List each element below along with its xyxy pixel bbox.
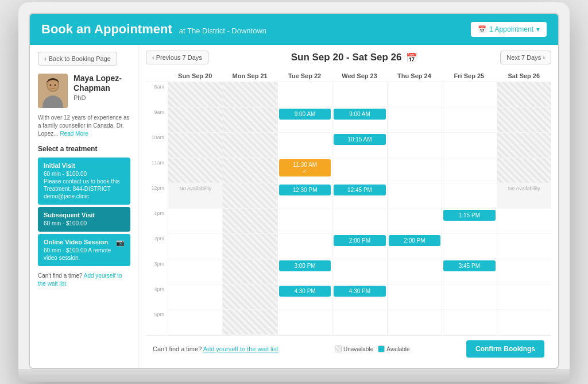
laptop-frame: Book an Appointment at The District - Do… [18,2,570,382]
provider-info: Maya Lopez-Chapman PhD [74,74,130,101]
laptop-screen: Book an Appointment at The District - Do… [29,13,559,369]
back-to-booking-button[interactable]: ‹ Back to Booking Page [38,52,117,66]
appointment-fri-345pm[interactable]: 3:45 PM [443,260,495,271]
next-7-days-button[interactable]: Next 7 Days › [500,51,551,64]
slot-mon-8am [222,82,277,107]
provider-avatar [38,74,68,108]
slot-wed-11am [332,158,386,183]
slot-tue-3pm[interactable]: 3:00 PM [277,259,332,285]
slot-sun-5pm [168,310,222,335]
calendar-title: Sun Sep 20 - Sat Sep 26 📅 [291,52,418,63]
slot-wed-10am[interactable]: 10:15 AM [332,133,386,158]
prev-7-days-button[interactable]: ‹ Previous 7 Days [146,51,208,64]
slot-fri-8am [442,82,496,107]
slot-tue-11am[interactable]: 11:30 AM✓ [277,158,332,183]
footer-waitlist: Can't find a time? Add yourself to the w… [153,345,278,352]
treatment-initial-visit[interactable]: Initial Visit 60 min - $100.00Please con… [38,158,130,205]
calendar-icon: 📅 [406,52,417,63]
select-treatment-label: Select a treatment [38,145,130,153]
slot-wed-2pm[interactable]: 2:00 PM [332,234,386,259]
slot-fri-1pm[interactable]: 1:15 PM [442,209,496,234]
treatment-subsequent-visit[interactable]: Subsequent Visit 60 min - $100.00 [38,207,130,232]
chevron-left-icon: ‹ [44,55,47,62]
appointment-wed-1245pm[interactable]: 12:45 PM [334,185,385,195]
legend-available: Available [378,345,409,352]
day-header-fri: Fri Sep 25 [442,70,496,82]
appointment-wed-430pm[interactable]: 4:30 PM [334,286,385,297]
slot-tue-4pm[interactable]: 4:30 PM [277,285,332,310]
legend-unavailable: Unavailable [335,345,373,352]
chevron-down-icon: ▾ [536,25,540,33]
slot-thu-3pm [387,259,442,285]
slot-sat-9am [497,107,551,133]
slot-tue-9am[interactable]: 9:00 AM [277,107,332,133]
treatment-online-video[interactable]: 📷 Online Video Session 60 min - $100.00 … [38,234,130,266]
available-swatch [378,345,385,352]
footer-waitlist-link[interactable]: Add yourself to the wait list [203,345,278,352]
laptop-base [18,369,570,382]
unavailable-swatch [335,345,342,352]
chevron-left-icon: ‹ [152,54,154,61]
calendar-grid: Sun Sep 20 Mon Sep 21 Tue Sep 22 Wed Sep… [146,70,551,335]
slot-wed-4pm[interactable]: 4:30 PM [332,285,386,310]
slot-fri-12pm [442,183,496,209]
slot-mon-2pm [222,234,277,259]
appointment-wed-2pm[interactable]: 2:00 PM [334,235,385,246]
waitlist-text: Can't find a time? Add yourself to the w… [38,272,130,288]
appointment-tue-9am[interactable]: 9:00 AM [279,109,331,120]
time-2pm: 2pm [146,234,168,259]
appointment-button[interactable]: 📅 1 Appointment ▾ [471,22,547,37]
svg-point-4 [55,85,56,86]
appointment-thu-2pm[interactable]: 2:00 PM [389,235,440,246]
slot-mon-9am [222,107,277,133]
slot-thu-10am [387,133,442,158]
main-content: ‹ Back to Booking Page [30,45,558,368]
slot-mon-3pm [222,259,277,285]
appointment-wed-9am[interactable]: 9:00 AM [334,109,385,120]
slot-fri-4pm [442,285,496,310]
slot-sat-2pm [497,234,551,259]
slot-thu-5pm [387,310,442,335]
slot-thu-8am [387,82,442,107]
day-header-sat: Sat Sep 26 [497,70,551,82]
page-title: Book an Appointment at The District - Do… [41,22,266,37]
day-header-sun: Sun Sep 20 [168,70,222,82]
slot-wed-8am [332,82,386,107]
appointment-tue-1130am[interactable]: 11:30 AM✓ [279,159,331,176]
slot-sat-12pm: No Availability [497,183,551,209]
slot-thu-2pm[interactable]: 2:00 PM [387,234,442,259]
slot-thu-11am [387,158,442,183]
appointment-tue-430pm[interactable]: 4:30 PM [279,286,331,297]
slot-tue-12pm[interactable]: 12:30 PM [277,183,332,209]
read-more-link[interactable]: Read More [60,130,88,137]
header-title-group: Book an Appointment at The District - Do… [41,22,266,37]
slot-thu-1pm [387,209,442,234]
slot-sat-11am [497,158,551,183]
slot-sun-4pm [168,285,222,310]
legend: Unavailable Available [335,345,410,352]
provider-bio: With over 12 years of experience as a fa… [38,114,130,138]
calendar-footer: Can't find a time? Add yourself to the w… [146,335,551,362]
confirm-bookings-button[interactable]: Confirm Bookings [466,340,544,358]
appointment-tue-3pm[interactable]: 3:00 PM [279,260,331,271]
appointment-tue-1230pm[interactable]: 12:30 PM [279,185,331,195]
time-12pm: 12pm [146,183,168,209]
day-header-thu: Thu Sep 24 [387,70,442,82]
slot-wed-12pm[interactable]: 12:45 PM [332,183,386,209]
slot-wed-9am[interactable]: 9:00 AM [332,107,386,133]
slot-fri-10am [442,133,496,158]
appointment-fri-115pm[interactable]: 1:15 PM [443,210,495,221]
svg-point-3 [50,85,52,86]
calendar-nav: ‹ Previous 7 Days Sun Sep 20 - Sat Sep 2… [146,51,551,64]
slot-tue-8am [277,82,332,107]
slot-thu-4pm [387,285,442,310]
check-icon: ✓ [303,168,307,174]
app-header: Book an Appointment at The District - Do… [30,14,558,45]
slot-sun-11am [168,158,222,183]
slot-sat-1pm [497,209,551,234]
slot-mon-12pm [222,183,277,209]
time-header [146,70,168,82]
slot-fri-3pm[interactable]: 3:45 PM [442,259,496,285]
appointment-wed-1015am[interactable]: 10:15 AM [334,134,385,145]
slot-mon-4pm [222,285,277,310]
